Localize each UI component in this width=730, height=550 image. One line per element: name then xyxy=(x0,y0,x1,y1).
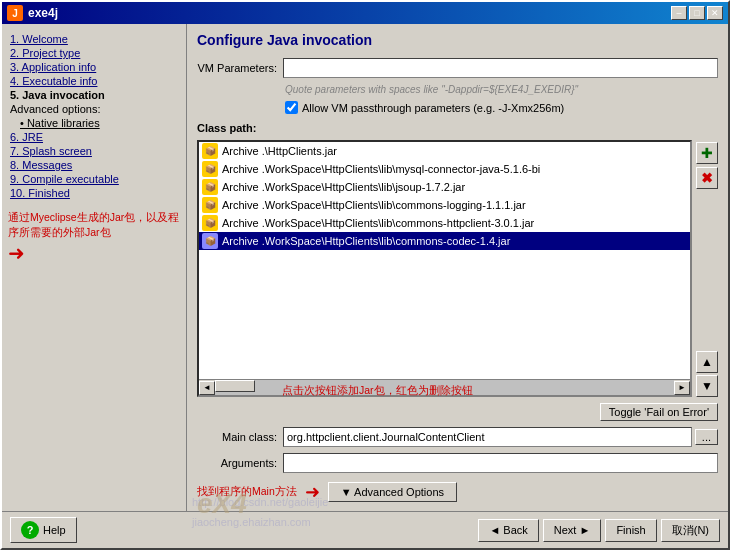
classpath-area: 📦 Archive .\HttpClients.jar 📦 Archive .W… xyxy=(197,140,718,397)
footer-right: ◄ Back Next ► Finish 取消(N) xyxy=(478,519,720,542)
back-button[interactable]: ◄ Back xyxy=(478,519,538,542)
vm-parameters-input[interactable] xyxy=(283,58,718,78)
sidebar-item-app-info[interactable]: 3. Application info xyxy=(8,60,180,74)
main-class-label: Main class: xyxy=(197,431,277,443)
close-button[interactable]: ✕ xyxy=(707,6,723,20)
advanced-options-row: 找到程序的Main方法 ➜ ▼ Advanced Options xyxy=(197,481,718,503)
classpath-list-container: 📦 Archive .\HttpClients.jar 📦 Archive .W… xyxy=(197,140,692,397)
sidebar-item-project-type[interactable]: 2. Project type xyxy=(8,46,180,60)
archive-icon-1: 📦 xyxy=(202,161,218,177)
title-bar-buttons: – □ ✕ xyxy=(671,6,723,20)
sidebar-item-jre[interactable]: 6. JRE xyxy=(8,130,180,144)
arguments-input[interactable] xyxy=(283,453,718,473)
classpath-item-2[interactable]: 📦 Archive .WorkSpace\HttpClients\lib\jso… xyxy=(199,178,690,196)
footer-left: ? Help xyxy=(10,517,77,543)
help-button[interactable]: ? Help xyxy=(10,517,77,543)
archive-icon-3: 📦 xyxy=(202,197,218,213)
archive-icon-2: 📦 xyxy=(202,179,218,195)
sidebar-item-welcome[interactable]: 1. Welcome xyxy=(8,32,180,46)
classpath-item-5[interactable]: 📦 Archive .WorkSpace\HttpClients\lib\com… xyxy=(199,232,690,250)
sidebar-item-java-invocation[interactable]: 5. Java invocation xyxy=(8,88,180,102)
main-content: 1. Welcome 2. Project type 3. Applicatio… xyxy=(2,24,728,511)
panel-title: Configure Java invocation xyxy=(197,32,718,48)
cancel-button[interactable]: 取消(N) xyxy=(661,519,720,542)
archive-icon-4: 📦 xyxy=(202,215,218,231)
arguments-label: Arguments: xyxy=(197,457,277,469)
classpath-item-3[interactable]: 📦 Archive .WorkSpace\HttpClients\lib\com… xyxy=(199,196,690,214)
h-scroll-thumb[interactable] xyxy=(215,380,255,392)
advanced-options-button[interactable]: ▼ Advanced Options xyxy=(328,482,457,502)
sidebar-item-native-libraries[interactable]: • Native libraries xyxy=(8,116,180,130)
sidebar-annotation-1: 通过Myeclipse生成的Jar包，以及程序所需要的外部Jar包 xyxy=(8,210,180,239)
sidebar-item-messages[interactable]: 8. Messages xyxy=(8,158,180,172)
arguments-row: Arguments: xyxy=(197,453,718,473)
vm-hint: Quote parameters with spaces like "-Dapp… xyxy=(285,84,718,95)
main-window: J exe4j – □ ✕ 1. Welcome 2. Project type… xyxy=(0,0,730,550)
classpath-item-1[interactable]: 📦 Archive .WorkSpace\HttpClients\lib\mys… xyxy=(199,160,690,178)
classpath-side-buttons: ✚ ✖ ▲ ▼ xyxy=(696,140,718,397)
classpath-item-4[interactable]: 📦 Archive .WorkSpace\HttpClients\lib\com… xyxy=(199,214,690,232)
vm-parameters-label: VM Parameters: xyxy=(197,62,277,74)
maximize-button[interactable]: □ xyxy=(689,6,705,20)
help-icon: ? xyxy=(21,521,39,539)
main-class-row: Main class: ... xyxy=(197,427,718,447)
arrow-annotation-2: ➜ xyxy=(305,481,320,503)
main-class-input[interactable] xyxy=(283,427,692,447)
title-bar: J exe4j – □ ✕ xyxy=(2,2,728,24)
archive-icon-0: 📦 xyxy=(202,143,218,159)
sidebar-arrow-1: ➜ xyxy=(8,241,180,265)
toggle-fail-on-error-button[interactable]: Toggle 'Fail on Error' xyxy=(600,403,718,421)
classpath-item-0[interactable]: 📦 Archive .\HttpClients.jar xyxy=(199,142,690,160)
classpath-list[interactable]: 📦 Archive .\HttpClients.jar 📦 Archive .W… xyxy=(199,142,690,379)
annotation-classpath: 点击次按钮添加Jar包，红色为删除按钮 xyxy=(282,383,473,398)
toggle-btn-row: Toggle 'Fail on Error' xyxy=(197,403,718,421)
archive-icon-5: 📦 xyxy=(202,233,218,249)
sidebar-item-splash[interactable]: 7. Splash screen xyxy=(8,144,180,158)
move-up-button[interactable]: ▲ xyxy=(696,351,718,373)
vm-passthrough-row: Allow VM passthrough parameters (e.g. -J… xyxy=(285,101,718,114)
vm-passthrough-label: Allow VM passthrough parameters (e.g. -J… xyxy=(302,102,564,114)
app-icon: J xyxy=(7,5,23,21)
remove-classpath-button[interactable]: ✖ xyxy=(696,167,718,189)
next-button[interactable]: Next ► xyxy=(543,519,602,542)
classpath-label: Class path: xyxy=(197,122,718,134)
sidebar: 1. Welcome 2. Project type 3. Applicatio… xyxy=(2,24,187,511)
move-down-button[interactable]: ▼ xyxy=(696,375,718,397)
right-panel: Configure Java invocation VM Parameters:… xyxy=(187,24,728,511)
add-classpath-button[interactable]: ✚ xyxy=(696,142,718,164)
sidebar-item-compile[interactable]: 9. Compile executable xyxy=(8,172,180,186)
minimize-button[interactable]: – xyxy=(671,6,687,20)
footer: ? Help ◄ Back Next ► Finish 取消(N) xyxy=(2,511,728,548)
scroll-right-btn[interactable]: ► xyxy=(674,381,690,395)
window-title: exe4j xyxy=(28,6,58,20)
sidebar-item-finished[interactable]: 10. Finished xyxy=(8,186,180,200)
title-bar-left: J exe4j xyxy=(7,5,58,21)
scroll-left-btn[interactable]: ◄ xyxy=(199,381,215,395)
sidebar-advanced-label: Advanced options: xyxy=(8,102,180,116)
main-class-browse-button[interactable]: ... xyxy=(695,429,718,445)
sidebar-item-executable[interactable]: 4. Executable info xyxy=(8,74,180,88)
vm-passthrough-checkbox[interactable] xyxy=(285,101,298,114)
vm-parameters-row: VM Parameters: xyxy=(197,58,718,78)
corner-logo: eX4 xyxy=(197,488,247,520)
finish-button[interactable]: Finish xyxy=(605,519,656,542)
